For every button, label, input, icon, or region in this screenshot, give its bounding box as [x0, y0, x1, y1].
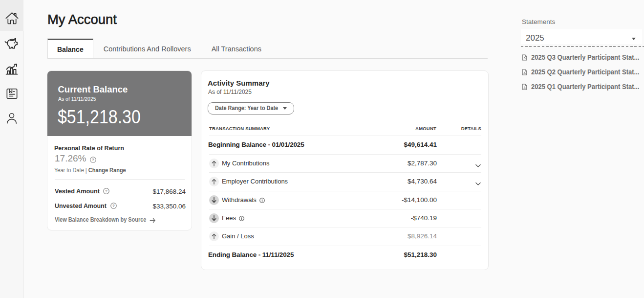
svg-text:?: ? — [105, 189, 107, 193]
svg-text:?: ? — [112, 204, 115, 208]
svg-text:?: ? — [92, 158, 94, 162]
